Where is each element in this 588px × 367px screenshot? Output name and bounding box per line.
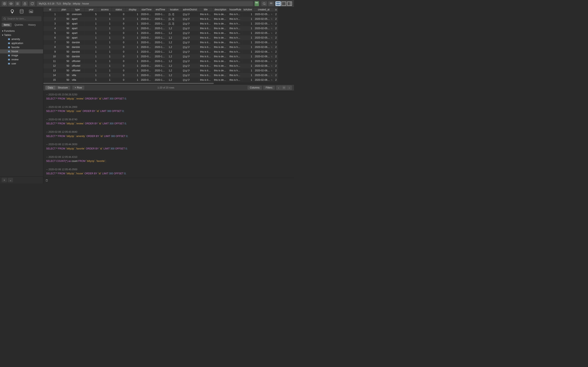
column-header[interactable]: adminDistrict: [181, 7, 199, 12]
cell[interactable]: 0: [112, 73, 126, 78]
cell[interactable]: 2: [274, 68, 278, 73]
cell[interactable]: this is des…: [213, 54, 228, 59]
cell[interactable]: 2020-12…: [154, 26, 167, 31]
cell[interactable]: 1: [242, 21, 254, 26]
cell[interactable]: 1: [126, 31, 140, 35]
column-header[interactable]: access: [98, 7, 112, 12]
cell[interactable]: 강남구: [181, 31, 199, 35]
column-header[interactable]: isActive: [242, 7, 254, 12]
cell[interactable]: 1: [126, 12, 140, 17]
cell[interactable]: 2020-02-05… ⇅: [254, 21, 274, 26]
cell[interactable]: 강남구: [181, 68, 199, 73]
cell[interactable]: 1: [126, 59, 140, 64]
cell[interactable]: this is hou…: [228, 78, 242, 82]
column-header[interactable]: title: [199, 7, 213, 12]
cell[interactable]: 1: [85, 26, 98, 31]
cell[interactable]: this is des…: [213, 45, 228, 50]
cell[interactable]: 2020-02-05… ⇅: [254, 17, 274, 21]
column-header[interactable]: status: [112, 7, 126, 12]
cell[interactable]: 1: [98, 17, 112, 21]
cell[interactable]: 1: [126, 35, 140, 40]
cell[interactable]: 0: [112, 17, 126, 21]
cell[interactable]: 1: [98, 68, 112, 73]
cell[interactable]: 1,2: [167, 54, 181, 59]
cell[interactable]: 2020-02…: [140, 45, 154, 50]
cell[interactable]: 1: [242, 35, 254, 40]
cell[interactable]: 1: [242, 45, 254, 50]
cell[interactable]: 1,2: [167, 78, 181, 82]
cell[interactable]: this is titl…: [199, 26, 213, 31]
cell[interactable]: 2020-02…: [140, 73, 154, 78]
cell[interactable]: 50: [57, 64, 71, 68]
cell[interactable]: this is titl…: [199, 21, 213, 26]
cell[interactable]: 0: [112, 45, 126, 50]
cell[interactable]: this is titl…: [199, 73, 213, 78]
cell[interactable]: 2: [274, 26, 278, 31]
cell[interactable]: 50: [57, 50, 71, 54]
cell[interactable]: 2020-12…: [154, 78, 167, 82]
cell[interactable]: 강남구: [181, 40, 199, 45]
cell[interactable]: 50: [57, 45, 71, 50]
cell[interactable]: 1: [85, 59, 98, 64]
cell[interactable]: 1: [85, 54, 98, 59]
cell[interactable]: 1: [98, 35, 112, 40]
cell[interactable]: 1: [126, 17, 140, 21]
cell[interactable]: 50: [57, 26, 71, 31]
cell[interactable]: 1: [242, 64, 254, 68]
cell[interactable]: this is titl…: [199, 12, 213, 17]
cell[interactable]: this is hou…: [228, 45, 242, 50]
cell[interactable]: 2020-12…: [154, 64, 167, 68]
tree-item-image[interactable]: image: [0, 53, 43, 58]
cell[interactable]: this is titl…: [199, 17, 213, 21]
cell[interactable]: 1: [98, 45, 112, 50]
cell[interactable]: dandok: [71, 54, 85, 59]
cell[interactable]: 1,2: [167, 45, 181, 50]
cell[interactable]: 2: [274, 50, 278, 54]
cell[interactable]: 0: [112, 40, 126, 45]
cell[interactable]: apart: [71, 26, 85, 31]
cell[interactable]: 50: [57, 59, 71, 64]
tree-item-review[interactable]: review: [0, 58, 43, 62]
cell[interactable]: 6: [43, 35, 57, 40]
cell[interactable]: 2: [274, 45, 278, 50]
column-header[interactable]: location: [167, 7, 181, 12]
cell[interactable]: this is des…: [213, 21, 228, 26]
cell[interactable]: 1: [242, 26, 254, 31]
cell[interactable]: 1: [98, 50, 112, 54]
cell[interactable]: 1: [85, 45, 98, 50]
layout-sidebar-icon[interactable]: [287, 1, 292, 6]
cell[interactable]: 2020-12…: [154, 31, 167, 35]
cell[interactable]: this is titl…: [199, 45, 213, 50]
close-connection-button[interactable]: [2, 1, 7, 6]
add-row-button[interactable]: +Row: [72, 86, 84, 90]
cell[interactable]: 50: [57, 54, 71, 59]
cell[interactable]: 0: [112, 59, 126, 64]
cell[interactable]: 2020-12…: [154, 68, 167, 73]
cell[interactable]: 2: [274, 59, 278, 64]
cell[interactable]: 1: [242, 54, 254, 59]
cell[interactable]: 1: [98, 21, 112, 26]
cell[interactable]: 2020-02…: [140, 68, 154, 73]
search-input[interactable]: [2, 16, 42, 21]
cell[interactable]: 2020-02-06… ⇅: [254, 64, 274, 68]
cell[interactable]: dandok: [71, 40, 85, 45]
cell[interactable]: 0: [112, 68, 126, 73]
cell[interactable]: this is titl…: [199, 78, 213, 82]
cell[interactable]: 15: [43, 78, 57, 82]
cell[interactable]: 2020-12…: [154, 59, 167, 64]
cell[interactable]: 50: [57, 73, 71, 78]
cell[interactable]: this is hou…: [228, 50, 242, 54]
cell[interactable]: 2020-02…: [140, 40, 154, 45]
filters-button[interactable]: Filters: [263, 86, 275, 90]
layout-single-icon[interactable]: [281, 1, 287, 6]
cell[interactable]: 1: [85, 64, 98, 68]
cell[interactable]: 2020-02-06… ⇅: [254, 40, 274, 45]
cell[interactable]: 1: [242, 78, 254, 82]
cell[interactable]: 2020-12…: [154, 73, 167, 78]
cell[interactable]: this is des…: [213, 17, 228, 21]
cell[interactable]: this is hou…: [228, 73, 242, 78]
cell[interactable]: 1: [85, 21, 98, 26]
cell[interactable]: 1: [126, 64, 140, 68]
tab-items[interactable]: Items: [2, 23, 12, 27]
cell[interactable]: 0: [112, 64, 126, 68]
